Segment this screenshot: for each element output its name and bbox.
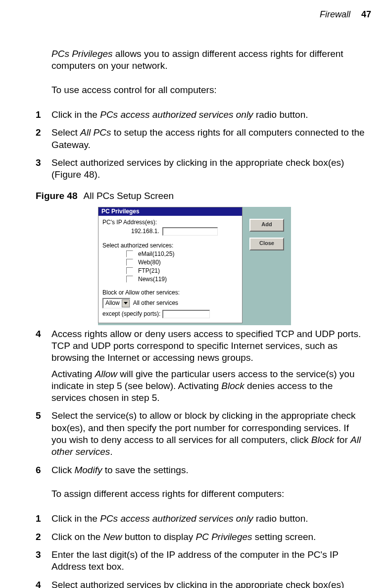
- step-b1: 1 Click in the PCs access authorized ser…: [18, 513, 371, 525]
- step-b2: 2 Click on the New button to display PC …: [18, 531, 371, 543]
- step-a1: 1 Click in the PCs access authorized ser…: [18, 109, 371, 121]
- checkbox-news[interactable]: [126, 276, 133, 283]
- lead-2: To assign different access rights for di…: [51, 488, 365, 500]
- intro-lead: PCs Privileges: [51, 49, 113, 59]
- section-name: Firewall: [320, 9, 350, 19]
- dialog-panel: PC Privileges PC's IP Address(es): 192.1…: [98, 207, 243, 323]
- step-a4: 4 Access rights allow or deny users acce…: [18, 328, 371, 404]
- except-ports-input[interactable]: [162, 310, 210, 318]
- services-label: Select authorized services:: [102, 243, 238, 249]
- step-a3: 3 Select authorized services by clicking…: [18, 157, 371, 181]
- step-a5: 5 Select the service(s) to allow or bloc…: [18, 410, 371, 458]
- figure-label: Figure 48All PCs Setup Screen: [36, 190, 371, 202]
- except-label: except (specify ports):: [102, 311, 160, 317]
- block-allow-label: Block or Allow other services:: [102, 290, 238, 296]
- ip-input[interactable]: [162, 227, 218, 236]
- allow-block-select[interactable]: Allow: [102, 298, 130, 308]
- add-button[interactable]: Add: [249, 219, 284, 232]
- checkbox-ftp[interactable]: [126, 267, 133, 274]
- chevron-down-icon: [122, 299, 130, 307]
- checkbox-email[interactable]: [126, 250, 133, 257]
- page: Firewall47 PCs Privileges allows you to …: [0, 0, 389, 588]
- step-b4: 4 Select authorized services by clicking…: [18, 579, 371, 588]
- close-button[interactable]: Close: [249, 238, 284, 250]
- lead-1: To use access control for all computers:: [51, 84, 365, 96]
- ip-label: PC's IP Address(es):: [102, 219, 238, 226]
- step-a2: 2 Select All PCs to setup the access rig…: [18, 127, 371, 151]
- ip-prefix: 192.168.1.: [131, 228, 159, 235]
- step-a6: 6 Click Modify to save the settings.: [18, 464, 371, 476]
- page-number: 47: [361, 9, 371, 19]
- figure-screenshot: PC Privileges PC's IP Address(es): 192.1…: [18, 207, 371, 325]
- running-header: Firewall47: [18, 9, 371, 20]
- dialog-title: PC Privileges: [98, 207, 242, 216]
- intro-paragraph: PCs Privileges allows you to assign diff…: [51, 48, 365, 72]
- step-b3: 3 Enter the last digit(s) of the IP addr…: [18, 549, 371, 573]
- checkbox-web[interactable]: [126, 259, 133, 266]
